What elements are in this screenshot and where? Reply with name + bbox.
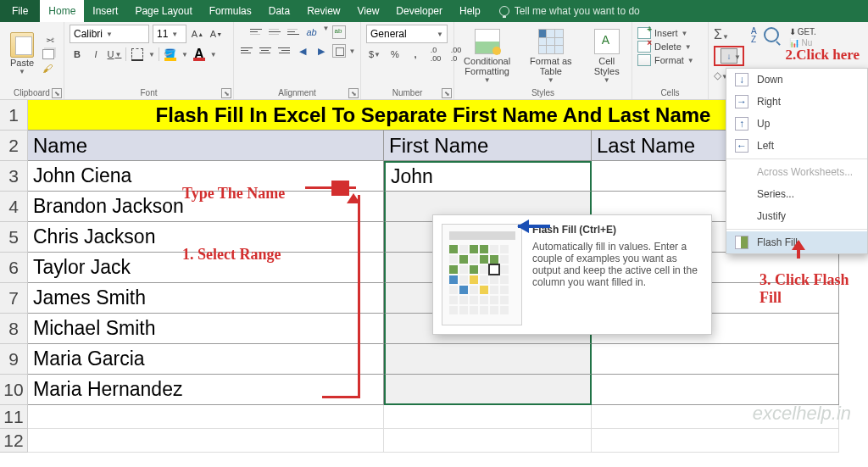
row-header-5[interactable]: 5 xyxy=(0,222,28,253)
row-header-3[interactable]: 3 xyxy=(0,161,28,192)
cell-styles-icon xyxy=(594,29,620,54)
autosum-icon[interactable]: Σ▼ xyxy=(714,27,744,42)
fill-left-item[interactable]: ←Left xyxy=(726,135,867,157)
font-name-dropdown[interactable]: Calibri▼ xyxy=(70,25,149,43)
cell-styles-button[interactable]: Cell Styles▼ xyxy=(587,29,626,84)
annotation-bracket xyxy=(322,195,360,398)
format-as-table-button[interactable]: Format as Table▼ xyxy=(523,29,578,84)
row-header-2[interactable]: 2 xyxy=(0,131,28,161)
up-arrow-icon: ↑ xyxy=(735,117,748,131)
align-center-icon[interactable] xyxy=(258,43,273,57)
fill-justify-item[interactable]: Justify xyxy=(726,205,867,227)
cell-a11[interactable] xyxy=(28,405,384,429)
cell-b3[interactable]: John xyxy=(384,161,592,192)
row-header-12[interactable]: 12 xyxy=(0,429,28,453)
delete-cells-button[interactable]: Delete▼ xyxy=(637,41,692,53)
find-icon xyxy=(764,27,779,42)
align-top-icon[interactable] xyxy=(248,25,264,38)
cell-b9[interactable] xyxy=(384,344,592,375)
tab-view[interactable]: View xyxy=(349,0,388,22)
alignment-dialog-launcher[interactable]: ⬊ xyxy=(348,88,359,98)
copy-icon[interactable] xyxy=(42,49,54,59)
tab-review[interactable]: Review xyxy=(298,0,348,22)
row-header-4[interactable]: 4 xyxy=(0,192,28,222)
paste-icon xyxy=(10,32,34,58)
clipboard-dialog-launcher[interactable]: ⬊ xyxy=(52,88,62,98)
fill-down-item[interactable]: ↓Down xyxy=(726,69,867,91)
align-left-icon[interactable] xyxy=(239,43,254,57)
annotation-select-range: 1. Select Range xyxy=(182,246,281,264)
tab-developer[interactable]: Developer xyxy=(387,0,451,22)
sort-filter-button[interactable]: AZ xyxy=(751,27,757,44)
fill-right-item[interactable]: →Right xyxy=(726,91,867,113)
increase-decimal-icon[interactable]: .0.00 xyxy=(427,47,444,62)
row-header-1[interactable]: 1 xyxy=(0,100,28,131)
bold-button[interactable]: B xyxy=(70,47,85,62)
tab-formulas[interactable]: Formulas xyxy=(201,0,260,22)
tab-insert[interactable]: Insert xyxy=(84,0,126,22)
fill-series-item[interactable]: Series... xyxy=(726,183,867,205)
tab-data[interactable]: Data xyxy=(260,0,298,22)
font-dialog-launcher[interactable]: ⬊ xyxy=(221,88,231,98)
format-painter-icon[interactable]: 🖌 xyxy=(42,63,54,75)
row-header-9[interactable]: 9 xyxy=(0,344,28,375)
number-format-dropdown[interactable]: General▼ xyxy=(366,25,448,43)
row-header-8[interactable]: 8 xyxy=(0,314,28,344)
merge-center-button[interactable]: ▼ xyxy=(332,43,356,58)
align-right-icon[interactable] xyxy=(276,43,292,57)
row-header-11[interactable]: 11 xyxy=(0,405,28,429)
tab-file[interactable]: File xyxy=(0,0,40,22)
cell-a2[interactable]: Name xyxy=(28,131,384,161)
italic-button[interactable]: I xyxy=(88,47,103,62)
increase-font-icon[interactable]: A▲ xyxy=(190,26,205,42)
decrease-indent-icon[interactable]: ◀ xyxy=(295,43,310,58)
cell-c9[interactable] xyxy=(592,344,839,375)
sort-icon: AZ xyxy=(751,27,757,44)
flash-fill-icon xyxy=(735,236,748,249)
decrease-font-icon[interactable]: A▼ xyxy=(209,26,224,42)
insert-cells-button[interactable]: Insert▼ xyxy=(637,27,687,39)
paste-button[interactable]: Paste ▼ xyxy=(5,32,39,75)
align-middle-icon[interactable] xyxy=(267,25,282,38)
align-bottom-icon[interactable] xyxy=(286,25,301,38)
cell-b11[interactable] xyxy=(384,405,592,429)
tab-home[interactable]: Home xyxy=(40,0,84,22)
cut-icon[interactable]: ✂ xyxy=(42,34,54,46)
cell-c12[interactable] xyxy=(592,429,839,453)
tab-help[interactable]: Help xyxy=(451,0,489,22)
format-cells-button[interactable]: Format▼ xyxy=(637,54,694,66)
borders-button[interactable] xyxy=(130,47,145,62)
cell-a12[interactable] xyxy=(28,429,384,453)
row-header-10[interactable]: 10 xyxy=(0,375,28,405)
down-arrow-icon: ↓ xyxy=(735,73,748,86)
tell-me-search[interactable]: Tell me what you want to do xyxy=(499,0,640,22)
tooltip-image xyxy=(442,224,522,325)
comma-format-icon[interactable]: , xyxy=(407,47,424,62)
font-size-dropdown[interactable]: 11▼ xyxy=(153,25,186,43)
format-as-table-icon xyxy=(538,29,564,54)
underline-button[interactable]: U▼ xyxy=(107,47,122,62)
fill-color-button[interactable]: 🪣 xyxy=(163,47,178,62)
fill-dropdown-menu: ↓Down →Right ↑Up ←Left Across Worksheets… xyxy=(726,68,868,254)
wrap-text-button[interactable] xyxy=(332,25,346,40)
number-dialog-launcher[interactable]: ⬊ xyxy=(442,88,452,98)
increase-indent-icon[interactable]: ▶ xyxy=(314,43,329,58)
font-color-button[interactable]: A xyxy=(192,47,207,62)
cell-b10[interactable] xyxy=(384,375,592,405)
delete-icon xyxy=(637,41,651,53)
conditional-formatting-button[interactable]: Conditional Formatting▼ xyxy=(459,29,515,84)
fill-up-item[interactable]: ↑Up xyxy=(726,113,867,135)
orientation-icon[interactable]: ab xyxy=(304,25,320,40)
cell-b12[interactable] xyxy=(384,429,592,453)
cell-c10[interactable] xyxy=(592,375,839,405)
cell-title[interactable]: Flash Fill In Excel To Separate First Na… xyxy=(28,100,839,131)
tab-page-layout[interactable]: Page Layout xyxy=(126,0,200,22)
find-select-button[interactable] xyxy=(764,27,779,44)
accounting-format-icon[interactable]: $▼ xyxy=(366,47,383,62)
row-header-6[interactable]: 6 xyxy=(0,253,28,283)
percent-format-icon[interactable]: % xyxy=(387,47,403,62)
fill-button[interactable]: ↓ ▼ xyxy=(714,46,744,66)
cell-b2[interactable]: First Name xyxy=(384,131,592,161)
get-addin-1[interactable]: ⬇ GET. xyxy=(789,27,816,36)
row-header-7[interactable]: 7 xyxy=(0,283,28,314)
